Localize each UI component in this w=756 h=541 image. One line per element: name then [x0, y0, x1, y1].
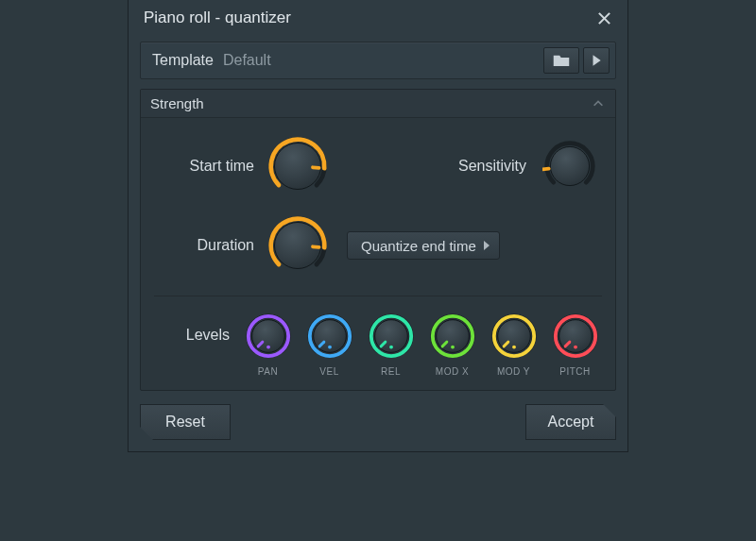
- window-title: Piano roll - quantizer: [144, 8, 592, 27]
- svg-point-5: [550, 146, 589, 185]
- start-time-label: Start time: [150, 158, 254, 175]
- triangle-right-icon: [484, 241, 490, 250]
- rel-knob[interactable]: [367, 312, 416, 361]
- template-value[interactable]: Default: [223, 52, 543, 69]
- level-pan: PAN: [237, 312, 299, 377]
- row-start-sensitivity: Start time Sensitivity: [141, 135, 615, 197]
- folder-icon: [553, 54, 570, 67]
- level-rel: REL: [360, 312, 421, 377]
- svg-point-16: [328, 346, 332, 349]
- mody-knob[interactable]: [490, 312, 539, 361]
- sensitivity-label: Sensitivity: [334, 158, 534, 175]
- svg-point-28: [512, 346, 516, 349]
- close-icon: [597, 11, 611, 25]
- modx-label: MOD X: [436, 366, 469, 377]
- svg-marker-2: [593, 55, 601, 66]
- template-menu-button[interactable]: [583, 47, 610, 74]
- pan-knob[interactable]: [244, 312, 293, 361]
- template-label: Template: [152, 52, 214, 69]
- browse-template-button[interactable]: [543, 47, 579, 74]
- sensitivity-knob[interactable]: [542, 139, 597, 194]
- svg-point-12: [266, 346, 270, 349]
- levels-row: Levels PANVELRELMOD XMOD YPITCH: [141, 312, 615, 377]
- level-vel: VEL: [299, 312, 360, 377]
- levels-label: Levels: [150, 327, 230, 344]
- vel-label: VEL: [319, 366, 338, 377]
- titlebar: Piano roll - quantizer: [129, 0, 627, 36]
- quantizer-window: Piano roll - quantizer Template Default …: [128, 0, 628, 452]
- level-modx: MOD X: [421, 312, 483, 377]
- reset-button[interactable]: Reset: [140, 404, 231, 440]
- pan-label: PAN: [258, 366, 278, 377]
- modx-knob[interactable]: [428, 312, 477, 361]
- accept-button[interactable]: Accept: [525, 404, 616, 440]
- pitch-knob[interactable]: [551, 312, 600, 361]
- chevron-up-icon: [592, 97, 605, 110]
- close-button[interactable]: [592, 6, 616, 30]
- collapse-button[interactable]: [591, 96, 606, 111]
- start-time-knob[interactable]: [266, 135, 329, 197]
- rel-label: REL: [381, 366, 401, 377]
- svg-point-20: [389, 346, 393, 349]
- footer: Reset Accept: [129, 398, 627, 451]
- template-row: Template Default: [140, 42, 616, 79]
- duration-label: Duration: [150, 237, 254, 254]
- row-duration: Duration Quantize end time: [141, 214, 615, 277]
- divider: [154, 296, 602, 296]
- svg-line-4: [313, 167, 319, 168]
- vel-knob[interactable]: [305, 312, 354, 361]
- panel-header: Strength: [141, 90, 615, 118]
- quantize-mode-button[interactable]: Quantize end time: [347, 231, 500, 260]
- play-icon: [588, 54, 605, 67]
- quantize-mode-label: Quantize end time: [361, 238, 476, 254]
- duration-knob[interactable]: [266, 214, 329, 277]
- svg-point-24: [451, 346, 455, 349]
- level-mody: MOD Y: [483, 312, 544, 377]
- pitch-label: PITCH: [559, 366, 591, 377]
- svg-line-6: [542, 169, 549, 170]
- svg-line-8: [313, 246, 319, 247]
- strength-panel: Strength Start time Sensitivity Duration…: [140, 89, 616, 391]
- level-pitch: PITCH: [544, 312, 606, 377]
- panel-title: Strength: [150, 95, 591, 111]
- svg-point-32: [574, 346, 577, 349]
- mody-label: MOD Y: [497, 366, 530, 377]
